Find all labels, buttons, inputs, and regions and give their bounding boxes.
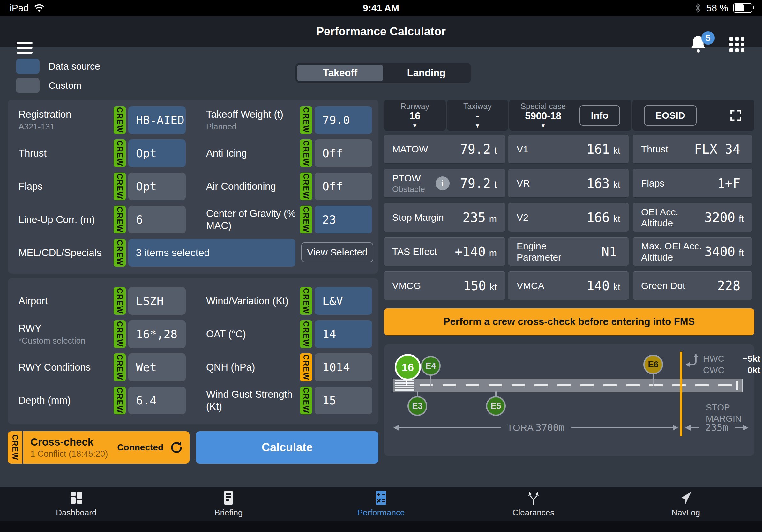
runway-selector[interactable]: Runway 16 ▼ bbox=[384, 100, 446, 131]
info-icon[interactable]: i bbox=[435, 176, 450, 190]
result-ptow: PTOWObstacle i 79.2t bbox=[384, 169, 505, 198]
expand-icon[interactable] bbox=[729, 108, 743, 122]
result-v2: V2 166kt bbox=[508, 203, 629, 232]
data-source-swatch bbox=[16, 59, 39, 74]
refresh-icon[interactable] bbox=[169, 440, 184, 455]
result-stop-margin: Stop Margin 235m bbox=[384, 203, 505, 232]
tab-clearances[interactable]: Clearances bbox=[457, 487, 610, 521]
result-vr: VR 163kt bbox=[508, 169, 629, 198]
tab-briefing[interactable]: Briefing bbox=[153, 487, 305, 521]
taxiway-selector[interactable]: Taxiway - ▼ bbox=[447, 100, 508, 131]
tab-navlog[interactable]: NavLog bbox=[609, 487, 762, 521]
crew-badge: CREW bbox=[300, 320, 312, 348]
crew-badge: CREW bbox=[300, 206, 312, 233]
chevron-down-icon: ▼ bbox=[412, 123, 418, 129]
tab-dashboard[interactable]: Dashboard bbox=[0, 487, 153, 521]
cross-check-panel[interactable]: CREW Cross-check 1 Conflict (18:45:20) C… bbox=[8, 431, 190, 464]
exit-e4-badge[interactable]: E4 bbox=[421, 356, 441, 376]
exit-e6-badge[interactable]: E6 bbox=[643, 355, 663, 374]
chevron-down-icon: ▼ bbox=[541, 123, 546, 129]
field-label: RWY*Custom selection bbox=[19, 320, 114, 348]
panel-conditions: Airport CREW LSZH Wind/Variation (Kt) CR… bbox=[8, 278, 378, 424]
field-label: Flaps bbox=[19, 172, 114, 200]
notification-badge: 5 bbox=[701, 31, 715, 45]
result-green-dot: Green Dot 228 bbox=[633, 271, 752, 300]
field-label: Airport bbox=[19, 287, 114, 315]
airport-field[interactable]: LSZH bbox=[128, 287, 186, 315]
mode-toggle: Takeoff Landing bbox=[295, 63, 471, 83]
qnh-field[interactable]: 1014 bbox=[315, 353, 372, 381]
registration-field[interactable]: HB-AIED bbox=[128, 106, 186, 134]
anti-icing-field[interactable]: Off bbox=[315, 139, 372, 167]
stop-point-line bbox=[680, 352, 682, 436]
field-label: OAT (°C) bbox=[206, 320, 302, 348]
cross-check-title: Cross-check bbox=[30, 436, 117, 448]
calculator-icon bbox=[374, 490, 388, 505]
field-label: Wind/Variation (Kt) bbox=[206, 287, 302, 315]
stop-margin-label: STOP MARGIN bbox=[706, 402, 741, 424]
wind-gust-field[interactable]: 15 bbox=[315, 386, 372, 414]
crew-badge: CREW bbox=[300, 287, 312, 315]
briefing-icon bbox=[221, 490, 236, 505]
result-max-oei-acc-altitude: Max. OEI Acc. Altitude 3400ft bbox=[633, 237, 752, 266]
thrust-field[interactable]: Opt bbox=[128, 139, 186, 167]
tab-landing[interactable]: Landing bbox=[383, 65, 469, 81]
rwy-conditions-field[interactable]: Wet bbox=[128, 353, 186, 381]
crew-badge: CREW bbox=[114, 172, 126, 200]
field-label: Thrust bbox=[19, 139, 114, 167]
field-label: Line-Up Corr. (m) bbox=[19, 206, 114, 233]
menu-icon[interactable] bbox=[17, 42, 33, 56]
crew-badge: CREW bbox=[300, 139, 312, 167]
mel-cdl-field[interactable]: 3 items selected bbox=[128, 239, 295, 267]
tab-performance[interactable]: Performance bbox=[305, 487, 457, 521]
crew-badge: CREW bbox=[114, 239, 126, 267]
tab-takeoff[interactable]: Takeoff bbox=[297, 65, 383, 81]
oat-field[interactable]: 14 bbox=[315, 320, 372, 348]
home-indicator-area bbox=[0, 521, 762, 532]
eosid-button[interactable]: EOSID bbox=[644, 105, 697, 126]
crew-badge: CREW bbox=[8, 431, 23, 464]
result-flaps: Flaps 1+F bbox=[633, 169, 752, 198]
field-label: Air Conditioning bbox=[206, 172, 302, 200]
crew-badge: CREW bbox=[114, 106, 126, 134]
stop-margin-measure: 235m bbox=[685, 422, 748, 433]
crew-badge: CREW bbox=[300, 386, 312, 414]
center-of-gravity-field[interactable]: 23 bbox=[315, 206, 372, 233]
crew-cross-check-banner: Perform a crew cross-check before enteri… bbox=[384, 308, 754, 335]
view-selected-button[interactable]: View Selected bbox=[301, 242, 373, 262]
field-label: Center of Gravity (% MAC) bbox=[206, 206, 302, 233]
navlog-icon bbox=[678, 490, 693, 505]
field-label: RegistrationA321-131 bbox=[19, 106, 114, 134]
exit-e5-badge[interactable]: E5 bbox=[486, 396, 506, 416]
exit-e3-badge[interactable]: E3 bbox=[408, 396, 427, 416]
runway-end-bar bbox=[736, 381, 738, 390]
crew-badge: CREW bbox=[300, 172, 312, 200]
apps-grid-icon[interactable] bbox=[729, 37, 744, 52]
takeoff-weight-field[interactable]: 79.0 bbox=[315, 106, 372, 134]
legend-data-source: Data source bbox=[16, 59, 100, 74]
chevron-down-icon: ▼ bbox=[475, 123, 480, 129]
field-label: QNH (hPa) bbox=[206, 353, 302, 381]
runway-number-badge: 16 bbox=[395, 354, 421, 380]
result-oei-acc-altitude: OEI Acc. Altitude 3200ft bbox=[633, 203, 752, 232]
lineup-corr-field[interactable]: 6 bbox=[128, 206, 186, 233]
flaps-field[interactable]: Opt bbox=[128, 172, 186, 200]
field-label: Depth (mm) bbox=[19, 386, 114, 414]
info-button[interactable]: Info bbox=[579, 105, 620, 126]
runway-centerline bbox=[419, 384, 734, 386]
wind-variation-field[interactable]: L&V bbox=[315, 287, 372, 315]
calculate-button[interactable]: Calculate bbox=[196, 431, 378, 464]
rwy-field[interactable]: 16*,28 bbox=[128, 320, 186, 348]
field-label: MEL/CDL/Specials bbox=[19, 239, 114, 267]
special-case-selector[interactable]: Special case 5900-18 ▼ bbox=[520, 102, 566, 129]
air-conditioning-field[interactable]: Off bbox=[315, 172, 372, 200]
notifications-button[interactable]: 5 bbox=[689, 34, 710, 55]
result-tas-effect: TAS Effect +140m bbox=[384, 237, 505, 266]
status-bar: iPad 9:41 AM 58 % bbox=[0, 0, 762, 16]
dashboard-icon bbox=[69, 490, 84, 505]
battery-icon bbox=[733, 3, 752, 13]
crew-badge: CREW bbox=[114, 206, 126, 233]
crew-badge: CREW bbox=[114, 139, 126, 167]
crew-badge: CREW bbox=[114, 287, 126, 315]
depth-field[interactable]: 6.4 bbox=[128, 386, 186, 414]
